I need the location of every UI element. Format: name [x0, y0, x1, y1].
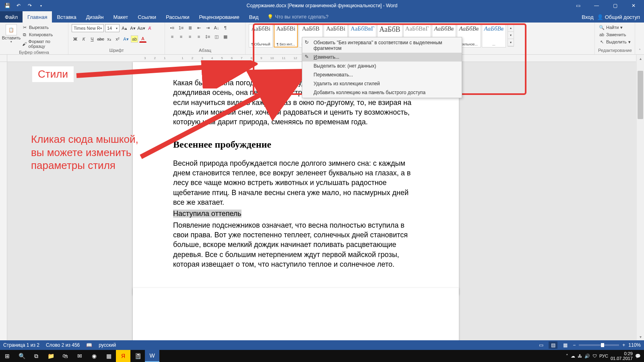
app-icon[interactable]: ▦: [101, 350, 116, 362]
tab-home[interactable]: Главная: [23, 11, 52, 23]
taskview-icon[interactable]: ⧉: [29, 350, 43, 362]
redo-icon[interactable]: ↷: [26, 2, 34, 10]
strike-button[interactable]: abc: [97, 35, 104, 43]
tray-network-icon[interactable]: 🖧: [578, 354, 582, 358]
tab-design[interactable]: Дизайн: [81, 11, 109, 23]
tab-view[interactable]: Вид: [244, 11, 264, 23]
sort-icon[interactable]: A↓: [213, 24, 221, 31]
align-right-icon[interactable]: ≡: [186, 33, 194, 40]
grow-font-icon[interactable]: A▴: [121, 25, 128, 32]
mail-icon[interactable]: ✉: [72, 350, 87, 362]
decrease-indent-icon[interactable]: ⇤: [195, 24, 203, 31]
select-button[interactable]: ↖Выделить ▾: [598, 39, 632, 45]
highlight-icon[interactable]: ab: [131, 35, 138, 43]
print-layout-icon[interactable]: ▤: [549, 341, 557, 349]
tell-me-search[interactable]: 💡 Что вы хотите сделать?: [267, 11, 328, 23]
maximize-icon[interactable]: ▢: [607, 0, 623, 11]
align-center-icon[interactable]: ≡: [177, 33, 185, 40]
chrome-icon[interactable]: ◉: [87, 350, 101, 362]
status-language[interactable]: русский: [99, 342, 116, 348]
style-no-spacing[interactable]: АаБбВі¶ Без инт...: [274, 24, 298, 47]
login-link[interactable]: Вход: [582, 14, 593, 20]
tray-volume-icon[interactable]: 🔊: [584, 354, 590, 359]
word-icon[interactable]: W: [145, 350, 159, 362]
tray-notifications-icon[interactable]: 💬: [635, 354, 641, 359]
font-color-icon[interactable]: A: [139, 35, 147, 43]
zoom-in-icon[interactable]: +: [622, 342, 625, 348]
italic-button[interactable]: К: [80, 35, 87, 43]
store-icon[interactable]: 🛍: [58, 350, 72, 362]
ribbon-options-icon[interactable]: ▭: [570, 0, 586, 11]
tray-onedrive-icon[interactable]: ☁: [571, 354, 575, 359]
explorer-icon[interactable]: 📁: [43, 350, 58, 362]
undo-icon[interactable]: ↶: [14, 2, 23, 10]
styles-row-down-icon[interactable]: ▾: [508, 32, 514, 39]
status-words[interactable]: Слово 2 из 456: [46, 342, 80, 348]
scroll-up-icon[interactable]: ▴: [637, 55, 644, 62]
borders-icon[interactable]: ▦: [221, 33, 229, 40]
show-marks-icon[interactable]: ¶: [221, 24, 229, 31]
shading-icon[interactable]: ◫: [213, 33, 221, 40]
zoom-out-icon[interactable]: −: [573, 342, 576, 348]
zoom-value[interactable]: 110%: [628, 342, 641, 348]
tab-mailings[interactable]: Рассылки: [161, 11, 194, 23]
replace-button[interactable]: abЗаменить: [598, 31, 627, 38]
styles-row-up-icon[interactable]: ▴: [508, 25, 514, 32]
bold-button[interactable]: Ж: [72, 35, 79, 43]
spellcheck-icon[interactable]: 📖: [86, 342, 92, 348]
copy-button[interactable]: ⧉Копировать: [21, 31, 65, 38]
notepad-icon[interactable]: 📓: [130, 350, 145, 362]
tray-chevron-icon[interactable]: ˄: [566, 354, 568, 359]
status-page[interactable]: Страница 1 из 2: [3, 342, 39, 348]
web-layout-icon[interactable]: ▦: [561, 341, 570, 349]
font-name-combo[interactable]: Times New R▾: [72, 24, 104, 32]
find-button[interactable]: 🔍Найти ▾: [598, 24, 623, 31]
ctx-update-style[interactable]: ↻Обновить "Без интервала" в соответствии…: [302, 38, 462, 53]
ctx-modify-style[interactable]: ✎Изменить...: [302, 53, 462, 62]
tray-clock[interactable]: 0:29 01.07.2017: [611, 351, 633, 361]
qat-customize-icon[interactable]: ▾: [37, 2, 45, 10]
line-spacing-icon[interactable]: ‡≡: [204, 33, 212, 40]
tray-defender-icon[interactable]: 🛡: [592, 354, 597, 358]
vertical-ruler[interactable]: [0, 62, 7, 340]
tab-layout[interactable]: Макет: [108, 11, 133, 23]
subscript-button[interactable]: x₂: [105, 35, 113, 43]
style-normal[interactable]: АаБбВі¶ Обычный: [249, 24, 273, 47]
styles-expand-icon[interactable]: ▾: [508, 39, 514, 46]
start-icon[interactable]: ⊞: [0, 350, 14, 362]
cut-button[interactable]: ✂Вырезать: [21, 24, 65, 31]
ctx-remove-from-gallery[interactable]: Удалить из коллекции стилей: [302, 79, 462, 88]
scroll-down-icon[interactable]: ▾: [637, 333, 644, 340]
tab-file[interactable]: Файл: [0, 11, 23, 23]
collapse-ribbon-icon[interactable]: ˄: [639, 48, 641, 53]
vertical-scrollbar[interactable]: ▴ ▾: [637, 55, 644, 340]
multilevel-icon[interactable]: ≣: [186, 24, 194, 31]
ctx-add-to-qat[interactable]: Добавить коллекцию на панель быстрого до…: [302, 88, 462, 97]
save-icon[interactable]: 💾: [3, 2, 11, 10]
numbering-icon[interactable]: 1≡: [177, 24, 185, 31]
tray-language[interactable]: РУС: [599, 354, 608, 358]
tab-insert[interactable]: Вставка: [52, 11, 81, 23]
align-left-icon[interactable]: ≡: [168, 33, 176, 40]
font-size-combo[interactable]: 14▾: [105, 24, 120, 32]
search-icon[interactable]: 🔍: [14, 350, 29, 362]
shrink-font-icon[interactable]: A▾: [129, 25, 136, 32]
increase-indent-icon[interactable]: ⇥: [204, 24, 212, 31]
underline-button[interactable]: Ч: [89, 35, 96, 43]
minimize-icon[interactable]: —: [588, 0, 605, 11]
ctx-select-all[interactable]: Выделить все: (нет данных): [302, 62, 462, 70]
read-mode-icon[interactable]: ▭: [537, 341, 545, 349]
document-page-2[interactable]: [133, 288, 459, 340]
zoom-thumb[interactable]: [601, 343, 604, 347]
scroll-thumb[interactable]: [638, 71, 643, 119]
style-more[interactable]: АаБбВв...: [482, 24, 506, 47]
justify-icon[interactable]: ≡: [195, 33, 203, 40]
tab-references[interactable]: Ссылки: [133, 11, 161, 23]
clear-format-icon[interactable]: A̸: [146, 25, 153, 32]
paste-button[interactable]: 📋 Вставить ▾: [3, 24, 19, 43]
yandex-icon[interactable]: Я: [116, 350, 130, 362]
ctx-rename[interactable]: Переименовать...: [302, 70, 462, 79]
text-effects-icon[interactable]: A▾: [122, 35, 130, 43]
tab-review[interactable]: Рецензирование: [194, 11, 244, 23]
change-case-icon[interactable]: Aa▾: [138, 25, 145, 32]
